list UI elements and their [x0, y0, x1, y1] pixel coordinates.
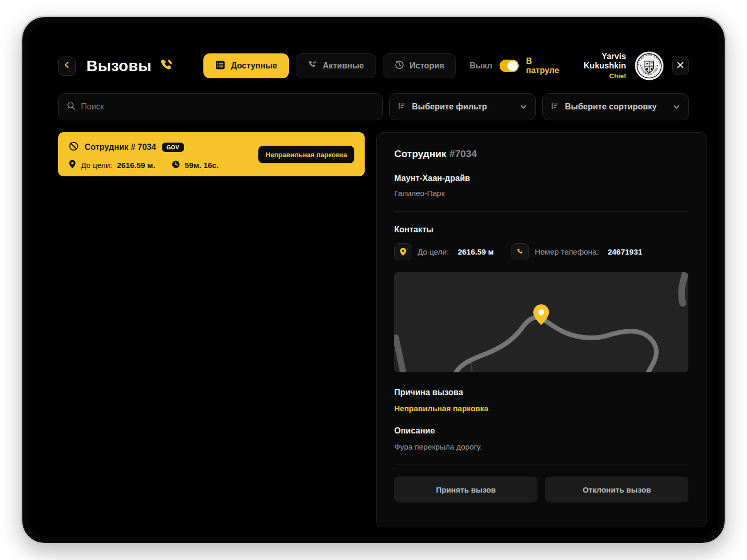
- tab-available[interactable]: Доступные: [203, 53, 289, 78]
- time-value: 59м. 16с.: [185, 161, 218, 170]
- call-details-panel: Сотрудник#7034 Маунт-Хаан-драйв Галилео-…: [376, 132, 707, 527]
- phone-chip: Номер телефона: 24671931: [511, 243, 642, 260]
- tablet-frame: Вызовы Доступные: [21, 16, 726, 544]
- user-info: Yarvis Kukushkin Chief: [562, 52, 626, 80]
- details-title-text: Сотрудник: [394, 148, 446, 159]
- description-value: Фура перекрыла дорогу.: [394, 442, 688, 451]
- switch-knob: [507, 61, 518, 71]
- duty-on-label: В патруле: [526, 57, 562, 75]
- district-name: Галилео-Парк: [394, 189, 688, 198]
- list-icon: [215, 60, 225, 72]
- page-title: Вызовы: [86, 57, 151, 75]
- street-name: Маунт-Хаан-драйв: [394, 174, 688, 183]
- anonymous-ban-icon: [68, 141, 79, 153]
- contacts-row: До цели: 2616.59 м Номер телефона: 24671…: [394, 243, 688, 260]
- decline-call-button[interactable]: Отклонить вызов: [545, 477, 688, 502]
- sort-dropdown-label: Выберите сортировку: [565, 102, 657, 111]
- accept-call-button[interactable]: Принять вызов: [394, 477, 537, 502]
- filter-dropdown-label: Выберите фильтр: [412, 102, 487, 111]
- tab-history[interactable]: История: [383, 53, 457, 78]
- filter-row: Выберите фильтр Выберите сортировку: [58, 93, 689, 120]
- divider: [394, 465, 688, 465]
- chevron-down-icon: [673, 103, 680, 110]
- close-icon: [677, 61, 684, 71]
- divider: [394, 211, 688, 212]
- distance-chip: До цели: 2616.59 м: [394, 243, 494, 260]
- phone-icon: [511, 243, 529, 260]
- map-preview: [394, 272, 688, 372]
- distance-value: 2616.59 м: [458, 247, 494, 256]
- duty-toggle-group: Выкл В патруле: [469, 57, 562, 75]
- call-card[interactable]: Сотрудник # 7034 GOV До цели: 2616.59 м.: [58, 132, 365, 176]
- sort-icon: [551, 102, 559, 112]
- distance-value: 2616.59 м.: [117, 161, 155, 170]
- phone-label: Номер телефона:: [535, 247, 599, 256]
- user-name: Yarvis Kukushkin: [562, 52, 626, 71]
- map-pin-icon: [394, 243, 411, 260]
- clock-history-icon: [395, 60, 404, 72]
- tab-active-calls[interactable]: Активные: [296, 53, 376, 78]
- tab-bar: Доступные Активные История: [203, 53, 456, 78]
- contacts-title: Контакты: [394, 225, 688, 234]
- sort-dropdown[interactable]: Выберите сортировку: [542, 93, 689, 120]
- close-button[interactable]: [672, 57, 689, 75]
- phone-value: 24671931: [607, 247, 642, 256]
- search-input[interactable]: [81, 102, 374, 111]
- distance-label: До цели:: [81, 161, 112, 170]
- call-card-title: Сотрудник # 7034: [85, 143, 156, 152]
- back-button[interactable]: [58, 57, 76, 76]
- phone-check-icon: [308, 60, 317, 72]
- search-icon: [67, 102, 76, 113]
- chevron-left-icon: [63, 61, 71, 71]
- city-seal-logo: CITY OF LOS SANTOS FOUNDED 1781: [634, 50, 664, 82]
- call-reason-badge: Неправильная парковка: [258, 146, 354, 163]
- app-screen: Вызовы Доступные: [29, 23, 718, 537]
- call-list: Сотрудник # 7034 GOV До цели: 2616.59 м.: [58, 132, 365, 537]
- action-buttons: Принять вызов Отклонить вызов: [394, 477, 688, 502]
- details-title: Сотрудник#7034: [394, 148, 688, 160]
- tab-label: Доступные: [231, 61, 277, 71]
- details-id: #7034: [449, 148, 477, 159]
- description-title: Описание: [394, 426, 688, 436]
- phone-call-icon: [159, 58, 174, 74]
- user-role: Chief: [562, 72, 626, 80]
- filter-dropdown[interactable]: Выберите фильтр: [389, 93, 536, 120]
- filter-icon: [398, 102, 406, 112]
- header-right: Yarvis Kukushkin Chief CITY OF LOS SANTO…: [562, 50, 689, 82]
- clock-icon: [172, 160, 180, 170]
- map-pin-icon: [68, 160, 76, 170]
- chevron-down-icon: [520, 103, 527, 110]
- search-box[interactable]: [58, 93, 383, 120]
- reason-value: Неправильная парковка: [394, 404, 688, 413]
- main-area: Сотрудник # 7034 GOV До цели: 2616.59 м.: [58, 132, 689, 537]
- distance-label: До цели:: [418, 247, 449, 256]
- duty-switch[interactable]: [500, 60, 519, 72]
- tab-label: История: [410, 61, 445, 71]
- tab-label: Активные: [323, 61, 364, 71]
- duty-off-label: Выкл: [469, 61, 492, 71]
- header: Вызовы Доступные: [58, 53, 689, 78]
- reason-title: Причина вызова: [394, 388, 688, 397]
- gov-badge: GOV: [162, 143, 184, 152]
